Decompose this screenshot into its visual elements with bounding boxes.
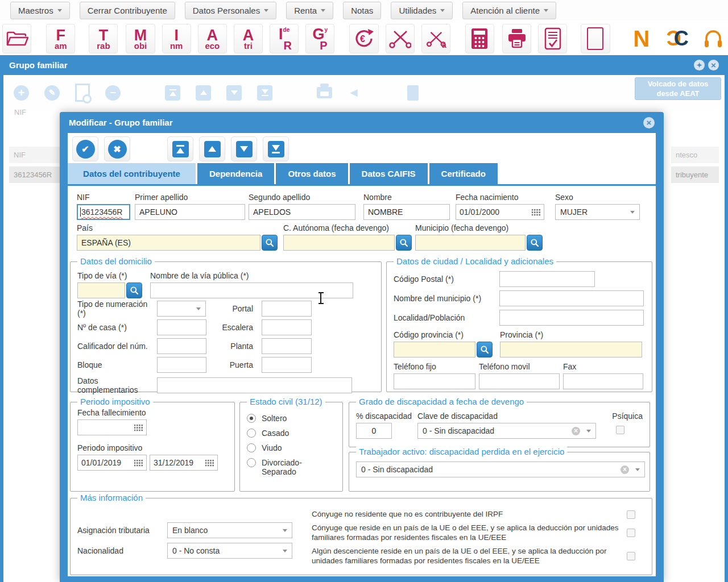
menu-cerrar-contribuyente[interactable]: Cerrar Contribuyente bbox=[80, 2, 175, 19]
blank-form-button[interactable] bbox=[581, 24, 610, 53]
calendar-icon[interactable] bbox=[134, 459, 143, 467]
calendar-icon[interactable] bbox=[531, 209, 540, 216]
atribucion-rentas-button[interactable]: Atri bbox=[234, 24, 263, 53]
next-record-button[interactable] bbox=[231, 136, 257, 161]
previous-record-button[interactable] bbox=[199, 136, 225, 161]
localidad-input[interactable] bbox=[499, 310, 644, 326]
clave-discapacidad-select[interactable]: 0 - Sin discapacidad bbox=[417, 423, 596, 439]
sexo-select[interactable]: MUJER bbox=[555, 204, 640, 220]
clear-icon[interactable] bbox=[621, 465, 629, 474]
imputacion-rentas-button[interactable]: IdeR bbox=[270, 24, 299, 53]
periodo-desde-input[interactable]: 01/01/2019 bbox=[77, 455, 147, 471]
fecha-nacimiento-input[interactable]: 01/01/2000 bbox=[456, 204, 544, 220]
grid-cell-nif[interactable]: 36123456R bbox=[9, 167, 66, 183]
calificador-input[interactable] bbox=[157, 338, 206, 354]
tab-certificado[interactable]: Certificado bbox=[429, 163, 498, 184]
last-record-icon[interactable] bbox=[257, 85, 272, 101]
escalera-input[interactable] bbox=[262, 319, 312, 335]
grid-cell-parentesco-partial[interactable]: tribuyente bbox=[671, 167, 719, 183]
calendar-icon[interactable] bbox=[205, 459, 214, 467]
menu-maestros[interactable]: Maestros bbox=[10, 2, 70, 19]
delete-icon[interactable] bbox=[105, 85, 121, 101]
tab-dependencia[interactable]: Dependencia bbox=[197, 163, 274, 184]
datos-complementarios-input[interactable] bbox=[157, 377, 352, 393]
telefono-fijo-input[interactable] bbox=[394, 373, 475, 389]
print-button[interactable] bbox=[502, 24, 531, 53]
inmuebles-button[interactable]: Inm bbox=[162, 24, 191, 53]
menu-atencion-cliente[interactable]: Atención al cliente bbox=[462, 2, 556, 19]
cancel-button[interactable] bbox=[104, 136, 130, 161]
planta-input[interactable] bbox=[262, 338, 312, 354]
radio-casado[interactable]: Casado bbox=[247, 429, 336, 438]
tab-datos-caifis[interactable]: Datos CAIFIS bbox=[350, 163, 428, 184]
support-button[interactable] bbox=[699, 24, 728, 53]
ccaa-input[interactable] bbox=[283, 235, 395, 251]
document-check-button[interactable] bbox=[538, 24, 567, 53]
document-icon[interactable] bbox=[407, 85, 419, 101]
search-document-icon[interactable] bbox=[75, 84, 90, 102]
dialog-close-icon[interactable] bbox=[643, 117, 655, 128]
radio-divorciado[interactable]: Divorciado-Separado bbox=[247, 458, 336, 476]
previous-record-icon[interactable] bbox=[196, 85, 211, 101]
menu-utilidades[interactable]: Utilidades bbox=[391, 2, 453, 19]
primer-apellido-input[interactable] bbox=[135, 204, 245, 220]
tipo-via-input[interactable] bbox=[77, 282, 125, 298]
edit-icon[interactable] bbox=[44, 85, 60, 101]
ganancias-perdidas-button[interactable]: GyP bbox=[305, 24, 334, 53]
pct-discapacidad-input[interactable] bbox=[356, 423, 392, 439]
pais-input[interactable] bbox=[77, 235, 260, 251]
tipo-via-search-button[interactable] bbox=[126, 282, 142, 298]
municipio-search-button[interactable] bbox=[527, 235, 543, 251]
last-record-button[interactable] bbox=[263, 136, 289, 161]
brand-logo-button[interactable]: ƆC bbox=[663, 24, 692, 53]
tipo-numeracion-select[interactable] bbox=[157, 301, 206, 317]
bloque-input[interactable] bbox=[157, 357, 206, 373]
euro-conversion-button[interactable]: € bbox=[349, 24, 378, 53]
cut-a-button[interactable]: a bbox=[421, 24, 450, 53]
segundo-apellido-input[interactable] bbox=[249, 204, 355, 220]
accept-button[interactable] bbox=[72, 136, 98, 161]
cut-button[interactable] bbox=[386, 24, 415, 53]
nif-input[interactable]: 36123456R bbox=[77, 204, 130, 220]
print-list-icon[interactable] bbox=[317, 87, 332, 98]
first-record-icon[interactable] bbox=[165, 85, 180, 101]
fax-input[interactable] bbox=[563, 373, 643, 389]
nombre-input[interactable] bbox=[363, 204, 450, 220]
tab-otros-datos[interactable]: Otros datos bbox=[276, 163, 348, 184]
ccaa-search-button[interactable] bbox=[396, 235, 412, 251]
codigo-provincia-input[interactable] bbox=[394, 342, 475, 357]
asignacion-tributaria-select[interactable]: En blanco bbox=[167, 522, 292, 538]
portal-input[interactable] bbox=[262, 301, 312, 317]
pais-search-button[interactable] bbox=[262, 235, 278, 251]
volcado-aeat-button[interactable]: Volcado de datos desde AEAT bbox=[635, 77, 721, 100]
tab-datos-contribuyente[interactable]: Datos del contribuyente bbox=[68, 163, 196, 184]
fecha-fallecimiento-input[interactable] bbox=[77, 419, 147, 435]
conyuge-ue-checkbox[interactable] bbox=[627, 529, 635, 537]
actividades-economicas-button[interactable]: Aeco bbox=[198, 24, 227, 53]
telefono-movil-input[interactable] bbox=[479, 373, 560, 389]
trabajador-activo-select[interactable]: 0 - Sin discapacidad bbox=[356, 462, 645, 477]
add-icon[interactable] bbox=[14, 85, 29, 101]
calculator-button[interactable] bbox=[465, 24, 494, 53]
menu-renta[interactable]: Renta bbox=[286, 2, 333, 19]
conyuge-no-residente-checkbox[interactable] bbox=[627, 510, 635, 519]
n-module-button[interactable]: N bbox=[627, 24, 656, 53]
psiquica-checkbox[interactable] bbox=[616, 426, 624, 434]
puerta-input[interactable] bbox=[262, 357, 312, 373]
provincia-search-button[interactable] bbox=[477, 342, 493, 357]
provincia-input[interactable] bbox=[500, 342, 642, 357]
window-close-icon[interactable] bbox=[708, 60, 719, 70]
radio-soltero[interactable]: Soltero bbox=[247, 414, 336, 423]
export-icon[interactable] bbox=[348, 86, 360, 99]
periodo-hasta-input[interactable]: 31/12/2019 bbox=[150, 455, 218, 471]
first-record-button[interactable] bbox=[167, 136, 193, 161]
radio-viudo[interactable]: Viudo bbox=[247, 443, 336, 452]
num-casa-input[interactable] bbox=[157, 319, 206, 335]
open-folder-button[interactable] bbox=[2, 24, 31, 53]
descendiente-ue-checkbox[interactable] bbox=[627, 552, 635, 560]
clear-icon[interactable] bbox=[572, 427, 580, 435]
window-move-icon[interactable] bbox=[694, 60, 705, 70]
menu-datos-personales[interactable]: Datos Personales bbox=[185, 2, 276, 19]
nombre-municipio-input[interactable] bbox=[499, 290, 644, 306]
menu-notas[interactable]: Notas bbox=[343, 2, 381, 19]
